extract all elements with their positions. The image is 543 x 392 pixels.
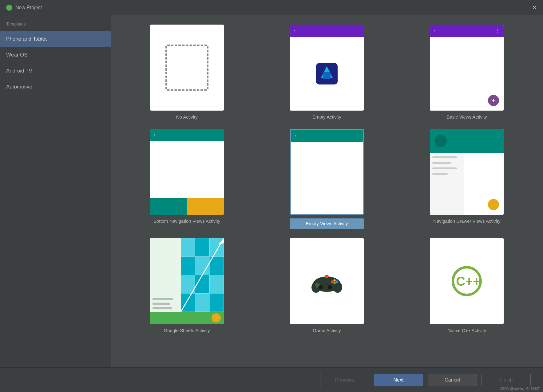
svg-point-11 bbox=[333, 282, 336, 284]
basic-views-label: Basic Views Activity bbox=[447, 114, 487, 120]
gc4 bbox=[181, 257, 195, 275]
dashed-square-icon bbox=[165, 45, 208, 91]
graph-line-3 bbox=[153, 307, 172, 309]
dialog-title: New Project bbox=[15, 5, 42, 10]
sidebar-item-wear-os-label: Wear OS bbox=[6, 52, 28, 58]
svg-point-12 bbox=[331, 280, 333, 283]
empty-activity-label: Empty Activity bbox=[312, 114, 341, 120]
empty-views-topbar: ← bbox=[291, 130, 363, 142]
gc6 bbox=[209, 257, 224, 275]
svg-text:C++: C++ bbox=[456, 274, 480, 288]
close-button[interactable]: ✕ bbox=[532, 4, 537, 11]
template-empty-activity[interactable]: ← Empty Activity bbox=[263, 25, 390, 120]
graph-preview: + bbox=[150, 238, 224, 324]
svg-point-13 bbox=[336, 280, 338, 283]
graph-grid bbox=[181, 238, 224, 312]
svg-rect-3 bbox=[323, 72, 331, 79]
gc9 bbox=[209, 275, 224, 293]
bottom-nav-topbar: ← ⋮ bbox=[150, 129, 224, 141]
cancel-button[interactable]: Cancel bbox=[428, 374, 477, 386]
sidebar: Templates Phone and Tablet Wear OS Andro… bbox=[0, 15, 111, 367]
sidebar-item-phone-tablet[interactable]: Phone and Tablet bbox=[0, 31, 111, 47]
bottom-nav-body bbox=[150, 141, 224, 198]
empty-activity-preview: ← bbox=[290, 25, 364, 111]
template-bottom-nav[interactable]: ← ⋮ Bottom Navigation Views Activity bbox=[123, 129, 251, 229]
back-arrow-icon3: ← bbox=[153, 132, 158, 138]
new-project-dialog: New Project ✕ Templates Phone and Tablet… bbox=[0, 0, 543, 392]
gc1 bbox=[181, 238, 195, 257]
no-activity-preview bbox=[150, 25, 224, 111]
dialog-content: Templates Phone and Tablet Wear OS Andro… bbox=[0, 15, 543, 367]
nav-line-4 bbox=[432, 173, 448, 175]
gc8 bbox=[195, 275, 209, 293]
template-empty-views[interactable]: ← Empty Views Activity bbox=[263, 129, 390, 229]
app-icon bbox=[315, 61, 339, 86]
gc3 bbox=[209, 238, 224, 257]
bottom-nav-bar bbox=[150, 198, 224, 215]
basic-views-topbar: ← ⋮ bbox=[430, 25, 504, 37]
graph-label: Google Sheets Activity bbox=[164, 328, 210, 333]
bottom-nav-label: Bottom Navigation Views Activity bbox=[153, 218, 220, 224]
gc12 bbox=[209, 293, 224, 312]
empty-views-label: Empty Views Activity bbox=[299, 219, 354, 228]
sidebar-item-wear-os[interactable]: Wear OS bbox=[0, 47, 111, 63]
sidebar-item-phone-tablet-label: Phone and Tablet bbox=[6, 36, 47, 42]
no-activity-label: No Activity bbox=[176, 114, 198, 120]
graph-footer: + bbox=[150, 312, 224, 324]
dialog-footer: Previous Next Cancel Finish bbox=[0, 367, 543, 392]
empty-views-label-container: Empty Views Activity bbox=[290, 218, 364, 229]
nav-drawer-preview: ⋮ bbox=[430, 129, 504, 215]
nav-drawer-body bbox=[430, 153, 504, 215]
svg-point-15 bbox=[319, 285, 323, 289]
cpp-icon: C++ bbox=[451, 266, 482, 296]
svg-point-16 bbox=[328, 285, 332, 289]
sidebar-item-automotive[interactable]: Automotive bbox=[0, 79, 111, 95]
basic-views-preview: ← ⋮ + bbox=[430, 25, 504, 111]
android-studio-icon bbox=[6, 5, 12, 11]
nav-drawer-circle bbox=[434, 135, 447, 147]
previous-button[interactable]: Previous bbox=[320, 374, 369, 386]
gc5 bbox=[195, 257, 209, 275]
template-no-activity[interactable]: No Activity bbox=[123, 25, 251, 120]
back-arrow-icon4: ← bbox=[294, 133, 299, 139]
svg-point-14 bbox=[333, 279, 336, 282]
nav-drawer-list bbox=[430, 153, 464, 215]
empty-activity-body bbox=[290, 37, 364, 111]
template-cpp[interactable]: C++ Native C++ Activity bbox=[403, 238, 531, 333]
nav-line-3 bbox=[432, 167, 457, 169]
cpp-preview: C++ bbox=[430, 238, 504, 324]
bottom-nav-preview: ← ⋮ bbox=[150, 129, 224, 215]
nav-drawer-fab bbox=[488, 199, 499, 210]
dots-icon2: ⋮ bbox=[216, 132, 221, 137]
template-game[interactable]: Game Activity bbox=[263, 238, 390, 333]
sidebar-item-automotive-label: Automotive bbox=[6, 84, 32, 90]
nav-drawer-main bbox=[464, 153, 504, 215]
empty-views-preview: ← bbox=[290, 129, 364, 215]
game-controller-icon bbox=[310, 269, 344, 293]
next-button[interactable]: Next bbox=[374, 374, 423, 386]
game-preview bbox=[290, 238, 364, 324]
watermark: CSDN @weixin_43479637 bbox=[500, 387, 540, 390]
template-basic-views[interactable]: ← ⋮ + Basic Views Activity bbox=[403, 25, 531, 120]
sidebar-section-label: Templates bbox=[0, 18, 111, 31]
empty-activity-topbar: ← bbox=[290, 25, 364, 37]
back-arrow-icon: ← bbox=[293, 28, 298, 33]
nav-dots-icon: ⋮ bbox=[496, 132, 501, 138]
graph-fab: + bbox=[212, 313, 221, 323]
graph-line-2 bbox=[153, 303, 171, 305]
title-bar: New Project ✕ bbox=[0, 0, 543, 15]
nav-drawer-header: ⋮ bbox=[430, 129, 504, 153]
gc10 bbox=[181, 293, 195, 312]
template-google-sheets[interactable]: + Google Sheets Activity bbox=[123, 238, 251, 333]
template-nav-drawer[interactable]: ⋮ bbox=[403, 129, 531, 229]
nav-line-1 bbox=[432, 156, 457, 158]
dots-icon: ⋮ bbox=[496, 28, 501, 33]
game-label: Game Activity bbox=[313, 328, 341, 333]
sidebar-item-android-tv[interactable]: Android TV bbox=[0, 63, 111, 79]
finish-button[interactable]: Finish bbox=[482, 374, 531, 386]
sidebar-item-android-tv-label: Android TV bbox=[6, 68, 32, 74]
empty-views-body bbox=[291, 142, 363, 214]
svg-point-17 bbox=[325, 275, 329, 278]
graph-content bbox=[150, 238, 224, 312]
cpp-label: Native C++ Activity bbox=[447, 328, 486, 333]
